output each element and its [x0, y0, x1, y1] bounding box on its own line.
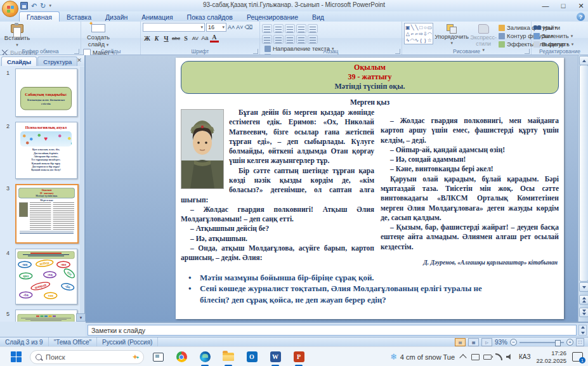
- panel-scrollbar[interactable]: ▼: [80, 67, 84, 322]
- grow-font-icon[interactable]: A˄: [228, 24, 235, 30]
- file-explorer-button[interactable]: [219, 349, 238, 365]
- chrome-taskbar-button[interactable]: [172, 349, 191, 365]
- line-spacing-icon[interactable]: [308, 24, 318, 33]
- story-paragraph[interactable]: – Жолдас гвардия полковнигі, мен майданғ…: [381, 116, 559, 145]
- slide-sorter-view-button[interactable]: ▦: [468, 338, 479, 346]
- tab-review[interactable]: Рецензирование: [240, 12, 305, 22]
- tab-slideshow[interactable]: Показ слайдов: [180, 12, 240, 22]
- edge-taskbar-button[interactable]: [195, 349, 214, 365]
- story-title[interactable]: Мерген қыз: [176, 98, 564, 106]
- notes-scroll-down-icon[interactable]: [581, 332, 585, 334]
- paragraph-dialog-launcher-icon[interactable]: [395, 49, 400, 54]
- zoom-percentage[interactable]: 93%: [495, 339, 507, 346]
- maximize-button[interactable]: □: [559, 2, 568, 10]
- editor-vertical-scrollbar[interactable]: [578, 55, 588, 322]
- justify-icon[interactable]: [296, 35, 306, 44]
- clock[interactable]: 17:26 22.02.2025: [536, 350, 566, 364]
- story-paragraph[interactable]: – Қызым, бар, фашистерді жайрат! – деуде…: [381, 223, 559, 252]
- minimize-button[interactable]: —: [541, 2, 550, 10]
- start-button[interactable]: [6, 349, 25, 365]
- taskbar-search[interactable]: Поиск ✦: [30, 350, 144, 364]
- display-icon[interactable]: [471, 354, 480, 360]
- help-icon[interactable]: ?: [577, 13, 585, 21]
- speaker-icon[interactable]: [506, 354, 513, 360]
- story-paragraph[interactable]: – Жолдас гвардия полковнигі! Атқыш Әлия …: [181, 205, 374, 225]
- paste-button[interactable]: Вставить▾: [2, 23, 32, 48]
- story-paragraph[interactable]: – Иә, сондай адаммын!: [381, 155, 559, 164]
- align-center-icon[interactable]: [273, 35, 284, 44]
- zoom-slider-thumb[interactable]: [555, 340, 561, 346]
- scroll-down-icon[interactable]: [579, 282, 588, 292]
- tab-design[interactable]: Дизайн: [98, 12, 134, 22]
- change-case-button[interactable]: Aa: [200, 35, 209, 41]
- font-size-select[interactable]: 16▾: [206, 23, 226, 32]
- notes-scroll-up-icon[interactable]: [581, 326, 585, 329]
- story-right-column[interactable]: – Жолдас гвардия полковнигі, мен майданғ…: [381, 116, 559, 266]
- slide-thumbnail-1[interactable]: 1 Сабақтың тақырыбы: Болымды және болымс…: [15, 69, 81, 117]
- panel-close-icon[interactable]: ✕: [75, 57, 83, 63]
- tab-view[interactable]: Вид: [305, 12, 331, 22]
- slide-thumbnail-3-selected[interactable]: 3 Оқылым 39 - жаттығу Мәтінді түсініп оқ…: [15, 184, 81, 244]
- scrollbar-thumb[interactable]: [579, 65, 588, 282]
- panel-tab-slides[interactable]: Слайды: [1, 56, 37, 66]
- outlook-taskbar-button[interactable]: O: [242, 349, 261, 365]
- slide-thumbnail-5[interactable]: 5: [15, 310, 81, 322]
- bullets-icon[interactable]: [262, 24, 272, 33]
- italic-button[interactable]: К: [152, 35, 161, 42]
- tab-home[interactable]: Главная: [19, 11, 60, 22]
- drawing-dialog-launcher-icon[interactable]: [525, 49, 530, 54]
- notes-input[interactable]: Заметки к слайду: [88, 325, 577, 336]
- paste-dropdown-icon[interactable]: ▾: [16, 42, 18, 48]
- zoom-in-button[interactable]: +: [566, 339, 573, 346]
- story-paragraph[interactable]: – Ойпыр-ай, қандай адамсың өзің!: [381, 145, 559, 155]
- panel-tab-outline[interactable]: Структура: [37, 56, 77, 66]
- slide-thumbnail-2[interactable]: 2 Психологиялық ахуал ♥: [15, 122, 81, 179]
- story-paragraph[interactable]: Қаруын олай қарадым, бұлай қарадым. Бәрі…: [381, 174, 559, 223]
- notification-icon[interactable]: 1: [572, 352, 583, 362]
- new-slide-button[interactable]: Создатьслайд ▾: [83, 23, 114, 48]
- font-color-button[interactable]: А: [210, 34, 219, 42]
- next-slide-button[interactable]: [579, 308, 588, 317]
- keyboard-language[interactable]: КАЗ: [519, 353, 530, 360]
- office-button[interactable]: [2, 1, 18, 17]
- font-name-select[interactable]: ▾: [143, 23, 205, 32]
- wifi-icon[interactable]: [495, 353, 502, 360]
- panel-scroll-down-icon[interactable]: ▼: [76, 313, 86, 322]
- find-button[interactable]: Найти: [533, 24, 573, 31]
- zoom-out-button[interactable]: −: [510, 339, 517, 346]
- align-left-icon[interactable]: [262, 35, 272, 44]
- fit-to-window-button[interactable]: ⛶: [576, 338, 584, 346]
- exercise-header-box[interactable]: Оқылым 39 - жаттығу Мәтінді түсініп оқы.: [181, 61, 559, 94]
- word-taskbar-button[interactable]: W: [266, 349, 285, 365]
- scroll-up-icon[interactable]: [579, 56, 588, 65]
- task-list[interactable]: • Мәтін мазмұны бойынша бір-біріңе сұрақ…: [185, 272, 495, 306]
- theme-name[interactable]: "Тема Office": [49, 337, 97, 347]
- clear-formatting-icon[interactable]: ⌫: [245, 24, 253, 30]
- bold-button[interactable]: Ж: [143, 35, 152, 42]
- numbering-icon[interactable]: [273, 24, 284, 33]
- clipboard-dialog-launcher-icon[interactable]: [74, 49, 79, 54]
- underline-button[interactable]: Ч: [162, 35, 171, 42]
- tab-animation[interactable]: Анимация: [134, 12, 180, 22]
- close-button[interactable]: ✕: [577, 2, 585, 10]
- replace-button[interactable]: Заменить▾: [533, 32, 573, 39]
- font-dialog-launcher-icon[interactable]: [253, 49, 258, 54]
- notes-scrollbar[interactable]: [578, 325, 587, 336]
- story-paragraph[interactable]: – Онда, атқыш Молдағұлова, асүйге барып,…: [181, 244, 374, 263]
- columns-icon[interactable]: [308, 35, 318, 44]
- zoom-slider[interactable]: [519, 342, 564, 343]
- story-paragraph[interactable]: – Кәне, винтовкаңды бері әкел!: [381, 164, 559, 174]
- shrink-font-icon[interactable]: A˅: [236, 24, 243, 30]
- shapes-gallery[interactable]: ▣╲╲□○▭ △⌐⌐⇨⇩◠ ϟ◠∿{}☆: [404, 23, 433, 44]
- language-indicator[interactable]: Русский (Россия): [97, 337, 158, 347]
- task-view-button[interactable]: [148, 349, 167, 365]
- previous-slide-button[interactable]: [579, 295, 588, 304]
- decrease-indent-icon[interactable]: [285, 24, 295, 33]
- battery-icon[interactable]: [483, 355, 492, 360]
- story-left-column[interactable]: Бұған дейін біз мерген қыздар жөнінде ес…: [181, 108, 374, 266]
- slide-thumbnail-4[interactable]: 4 -ма жібер -ме қаз -па тіл шақыр: [15, 249, 81, 304]
- powerpoint-taskbar-button[interactable]: P: [289, 349, 308, 365]
- text-shadow-button[interactable]: S: [181, 35, 190, 42]
- increase-indent-icon[interactable]: [296, 24, 306, 33]
- character-spacing-button[interactable]: AV: [191, 36, 200, 41]
